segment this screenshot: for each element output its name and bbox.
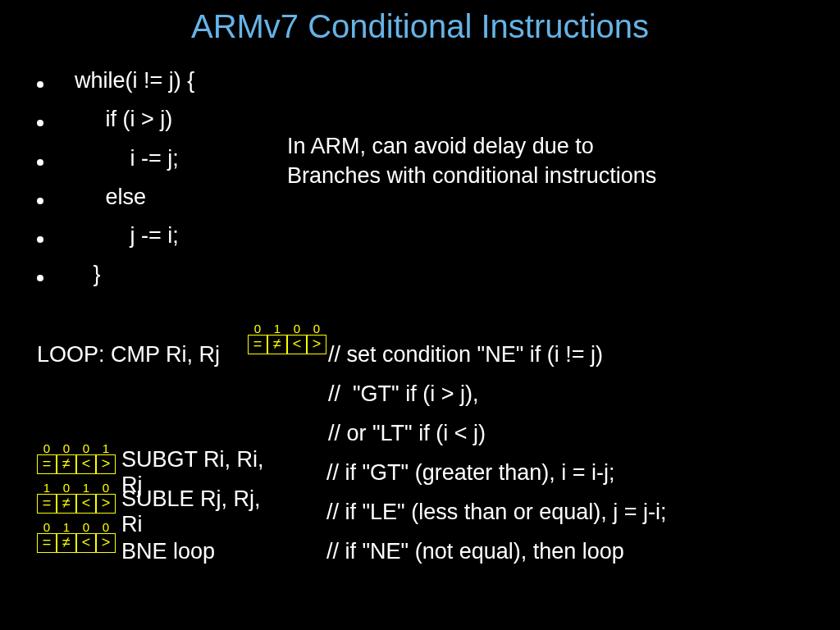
flag-symbol-icon: = bbox=[248, 335, 267, 354]
flag-symbol-icon: > bbox=[96, 494, 116, 514]
code-text: while(i != j) { bbox=[75, 62, 194, 100]
flag-symbol-icon: ≠ bbox=[57, 454, 76, 474]
flag-bit: 0 bbox=[313, 323, 320, 335]
asm-comment: // set condition "NE" if (i != j) bbox=[328, 342, 603, 368]
flag-bit: 1 bbox=[274, 323, 281, 335]
explanation-text: In ARM, can avoid delay due to Branches … bbox=[287, 131, 664, 191]
asm-comment: // or "LT" if (i < j) bbox=[328, 421, 486, 446]
asm-comment: // if "LE" (less than or equal), j = j-i… bbox=[326, 500, 667, 525]
code-text: else bbox=[75, 178, 146, 217]
bullet-dot-icon bbox=[37, 120, 43, 126]
flag-symbol-icon: < bbox=[76, 533, 96, 553]
assembly-block: LOOP: CMP Ri, Rj // set condition "NE" i… bbox=[37, 335, 667, 571]
flag-symbol-icon: < bbox=[287, 335, 307, 354]
flag-bit: 0 bbox=[83, 522, 89, 533]
flag-symbol-icon: ≠ bbox=[57, 533, 76, 553]
bullet-dot-icon bbox=[37, 275, 43, 281]
flag-bit: 0 bbox=[83, 443, 89, 454]
asm-line-bne: BNE loop // if "NE" (not equal), then lo… bbox=[37, 532, 667, 571]
flag-bit: 0 bbox=[63, 482, 70, 494]
code-line: } bbox=[37, 255, 194, 294]
code-line: j -= i; bbox=[37, 217, 194, 255]
flag-symbol-icon: > bbox=[96, 454, 116, 474]
code-line: while(i != j) { bbox=[37, 62, 194, 100]
bullet-dot-icon bbox=[37, 236, 43, 243]
flag-symbol-icon: < bbox=[76, 454, 96, 474]
bullet-dot-icon bbox=[37, 198, 43, 204]
asm-comment: // "GT" if (i > j), bbox=[328, 381, 478, 407]
flag-bit: 0 bbox=[254, 323, 261, 335]
code-line: i -= j; bbox=[37, 139, 194, 178]
bullet-dot-icon bbox=[37, 159, 43, 166]
flag-symbol-icon: = bbox=[37, 494, 57, 514]
flag-symbol-icon: < bbox=[76, 494, 96, 514]
flag-bit: 0 bbox=[43, 443, 50, 454]
code-line: if (i > j) bbox=[37, 100, 194, 139]
asm-comment: // if "GT" (greater than), i = i-j; bbox=[326, 460, 615, 486]
flag-bit: 1 bbox=[103, 443, 109, 454]
flag-symbol-icon: > bbox=[96, 533, 116, 553]
asm-instr: SUBLE Rj, Rj, Ri bbox=[121, 486, 285, 537]
condition-flags-bne: 0= 1≠ 0< 0> bbox=[37, 522, 116, 553]
asm-instr: BNE loop bbox=[121, 539, 285, 564]
bullet-dot-icon bbox=[37, 81, 43, 88]
flag-symbol-icon: > bbox=[307, 335, 326, 354]
flag-bit: 0 bbox=[103, 522, 109, 533]
asm-line-comment: // "GT" if (i > j), bbox=[37, 374, 667, 413]
code-text: j -= i; bbox=[75, 217, 179, 255]
asm-comment: // if "NE" (not equal), then loop bbox=[326, 539, 624, 564]
asm-instr: LOOP: CMP Ri, Rj bbox=[37, 342, 246, 368]
asm-line-suble: SUBLE Rj, Rj, Ri // if "LE" (less than o… bbox=[37, 492, 667, 532]
slide: ARMv7 Conditional Instructions while(i !… bbox=[0, 0, 840, 630]
slide-title: ARMv7 Conditional Instructions bbox=[0, 8, 840, 45]
asm-line-cmp: LOOP: CMP Ri, Rj // set condition "NE" i… bbox=[37, 335, 667, 374]
code-block: while(i != j) { if (i > j) i -= j; else … bbox=[37, 62, 194, 294]
flag-bit: 0 bbox=[103, 482, 109, 494]
condition-flags-suble: 1= 0≠ 1< 0> bbox=[37, 482, 116, 514]
code-line: else bbox=[37, 178, 194, 217]
flag-bit: 1 bbox=[43, 482, 50, 494]
flag-bit: 0 bbox=[63, 443, 70, 454]
condition-flags-cmp: 0= 1≠ 0< 0> bbox=[248, 323, 326, 354]
flag-symbol-icon: ≠ bbox=[57, 494, 76, 514]
flag-symbol-icon: = bbox=[37, 533, 57, 553]
code-text: if (i > j) bbox=[75, 100, 172, 139]
code-text: i -= j; bbox=[75, 139, 179, 178]
code-text: } bbox=[75, 255, 101, 294]
flag-symbol-icon: = bbox=[37, 454, 57, 474]
flag-bit: 1 bbox=[63, 522, 70, 533]
flag-symbol-icon: ≠ bbox=[267, 335, 287, 354]
flag-bit: 1 bbox=[83, 482, 89, 494]
flag-bit: 0 bbox=[43, 522, 50, 533]
flag-bit: 0 bbox=[294, 323, 300, 335]
condition-flags-subgt: 0= 0≠ 0< 1> bbox=[37, 443, 116, 474]
